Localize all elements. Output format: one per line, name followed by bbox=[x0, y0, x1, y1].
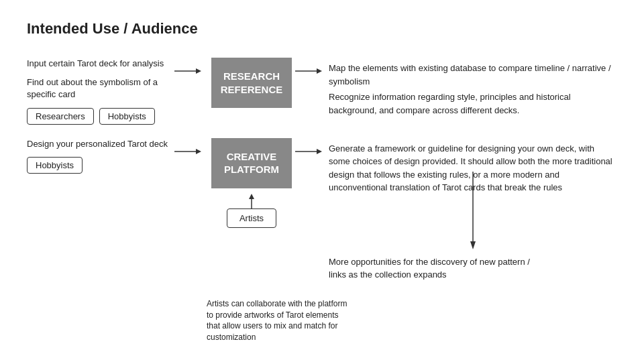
row2-center-col: CREATIVE PLATFORM Artists bbox=[208, 138, 295, 228]
row1-left-line2: Find out about the symbolism of a specif… bbox=[27, 76, 174, 101]
row1-center-box: RESEARCH REFERENCE bbox=[211, 58, 292, 108]
svg-marker-1 bbox=[196, 68, 201, 74]
row2: Design your personalized Tarot deck Hobb… bbox=[27, 138, 617, 228]
row1: Input certain Tarot deck for analysis Fi… bbox=[27, 58, 617, 125]
page: Intended Use / Audience Input certain Ta… bbox=[0, 0, 644, 362]
row2-bottom-note: More opportunities for the discovery of … bbox=[329, 255, 537, 282]
row1-left: Input certain Tarot deck for analysis Fi… bbox=[27, 58, 174, 125]
row1-center-line1: RESEARCH bbox=[223, 70, 280, 82]
row1-arrow-in bbox=[174, 58, 208, 76]
svg-marker-11 bbox=[470, 241, 476, 249]
tag-researchers: Researchers bbox=[27, 108, 94, 125]
row1-right-line1: Map the elements with existing database … bbox=[329, 62, 617, 88]
artists-label: Artists bbox=[239, 213, 264, 223]
row2-center-line1: CREATIVE bbox=[227, 151, 277, 162]
row1-center-line2: REFERENCE bbox=[221, 84, 283, 95]
svg-marker-9 bbox=[317, 149, 322, 154]
artists-box: Artists bbox=[227, 208, 276, 228]
vertical-arrow bbox=[466, 172, 480, 252]
svg-marker-3 bbox=[317, 68, 322, 74]
page-title: Intended Use / Audience bbox=[27, 20, 617, 38]
tag-hobbyists-1: Hobbyists bbox=[99, 108, 155, 125]
svg-marker-7 bbox=[249, 194, 254, 199]
row2-arrow-out bbox=[295, 138, 329, 157]
svg-marker-5 bbox=[196, 149, 201, 154]
row2-center-box: CREATIVE PLATFORM bbox=[211, 138, 292, 188]
artists-area: Artists bbox=[227, 194, 276, 228]
row2-right: Generate a framework or guideline for de… bbox=[329, 138, 617, 194]
row2-arrow-in bbox=[174, 138, 208, 157]
row1-center-col: RESEARCH REFERENCE bbox=[208, 58, 295, 108]
row2-center-line2: PLATFORM bbox=[224, 164, 279, 175]
artists-note: Artists can collaborate with the platfor… bbox=[207, 298, 347, 343]
row1-tags: Researchers Hobbyists bbox=[27, 108, 174, 125]
artists-arrow-up bbox=[246, 194, 257, 208]
row1-left-line1: Input certain Tarot deck for analysis bbox=[27, 58, 174, 70]
row1-arrow-out bbox=[295, 58, 329, 76]
row2-tags: Hobbyists bbox=[27, 157, 174, 174]
row2-left-line: Design your personalized Tarot deck bbox=[27, 138, 174, 150]
tag-hobbyists-2: Hobbyists bbox=[27, 157, 83, 174]
row1-right: Map the elements with existing database … bbox=[329, 58, 617, 117]
row2-left: Design your personalized Tarot deck Hobb… bbox=[27, 138, 174, 174]
row1-right-line2: Recognize information regarding style, p… bbox=[329, 90, 617, 117]
